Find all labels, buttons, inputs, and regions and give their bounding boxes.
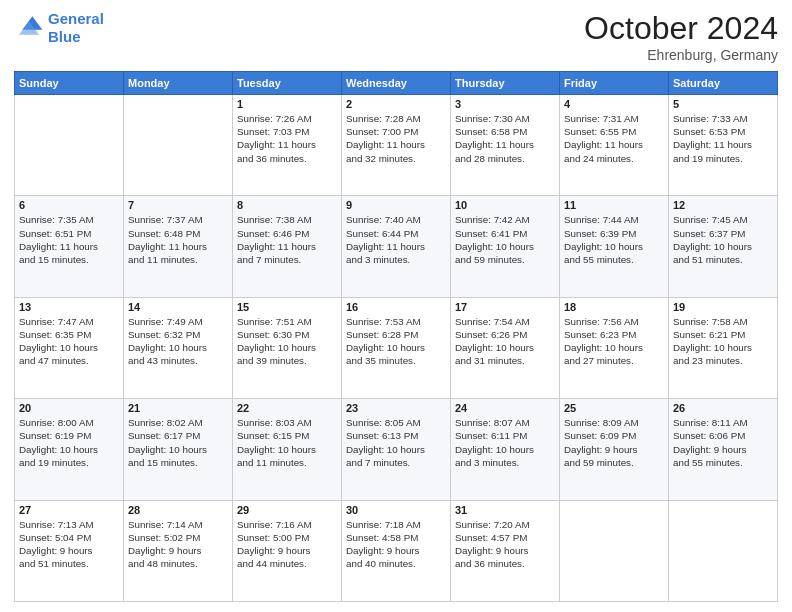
calendar-week-row: 6Sunrise: 7:35 AMSunset: 6:51 PMDaylight… (15, 196, 778, 297)
day-number: 2 (346, 98, 446, 110)
day-info: Sunrise: 7:20 AMSunset: 4:57 PMDaylight:… (455, 518, 555, 571)
day-number: 10 (455, 199, 555, 211)
day-info: Sunrise: 7:40 AMSunset: 6:44 PMDaylight:… (346, 213, 446, 266)
calendar-day-cell: 27Sunrise: 7:13 AMSunset: 5:04 PMDayligh… (15, 500, 124, 601)
calendar-day-cell: 22Sunrise: 8:03 AMSunset: 6:15 PMDayligh… (233, 399, 342, 500)
weekday-header: Thursday (451, 72, 560, 95)
calendar-subtitle: Ehrenburg, Germany (584, 47, 778, 63)
weekday-header: Saturday (669, 72, 778, 95)
day-number: 17 (455, 301, 555, 313)
day-info: Sunrise: 7:42 AMSunset: 6:41 PMDaylight:… (455, 213, 555, 266)
day-number: 19 (673, 301, 773, 313)
weekday-header: Wednesday (342, 72, 451, 95)
calendar-day-cell (669, 500, 778, 601)
calendar-day-cell: 3Sunrise: 7:30 AMSunset: 6:58 PMDaylight… (451, 95, 560, 196)
calendar-day-cell: 9Sunrise: 7:40 AMSunset: 6:44 PMDaylight… (342, 196, 451, 297)
calendar-week-row: 27Sunrise: 7:13 AMSunset: 5:04 PMDayligh… (15, 500, 778, 601)
calendar-day-cell: 30Sunrise: 7:18 AMSunset: 4:58 PMDayligh… (342, 500, 451, 601)
day-info: Sunrise: 8:00 AMSunset: 6:19 PMDaylight:… (19, 416, 119, 469)
logo: General Blue (14, 10, 104, 46)
day-number: 29 (237, 504, 337, 516)
day-number: 7 (128, 199, 228, 211)
calendar-day-cell (15, 95, 124, 196)
title-block: October 2024 Ehrenburg, Germany (584, 10, 778, 63)
day-info: Sunrise: 7:31 AMSunset: 6:55 PMDaylight:… (564, 112, 664, 165)
calendar-day-cell: 12Sunrise: 7:45 AMSunset: 6:37 PMDayligh… (669, 196, 778, 297)
page: General Blue October 2024 Ehrenburg, Ger… (0, 0, 792, 612)
calendar-day-cell: 20Sunrise: 8:00 AMSunset: 6:19 PMDayligh… (15, 399, 124, 500)
day-info: Sunrise: 8:09 AMSunset: 6:09 PMDaylight:… (564, 416, 664, 469)
logo-line2: Blue (48, 28, 81, 45)
calendar-day-cell: 28Sunrise: 7:14 AMSunset: 5:02 PMDayligh… (124, 500, 233, 601)
calendar-day-cell: 7Sunrise: 7:37 AMSunset: 6:48 PMDaylight… (124, 196, 233, 297)
day-info: Sunrise: 8:03 AMSunset: 6:15 PMDaylight:… (237, 416, 337, 469)
calendar-day-cell: 8Sunrise: 7:38 AMSunset: 6:46 PMDaylight… (233, 196, 342, 297)
calendar-day-cell: 6Sunrise: 7:35 AMSunset: 6:51 PMDaylight… (15, 196, 124, 297)
day-number: 14 (128, 301, 228, 313)
weekday-header: Friday (560, 72, 669, 95)
day-info: Sunrise: 7:16 AMSunset: 5:00 PMDaylight:… (237, 518, 337, 571)
day-info: Sunrise: 7:47 AMSunset: 6:35 PMDaylight:… (19, 315, 119, 368)
day-info: Sunrise: 7:14 AMSunset: 5:02 PMDaylight:… (128, 518, 228, 571)
calendar-week-row: 20Sunrise: 8:00 AMSunset: 6:19 PMDayligh… (15, 399, 778, 500)
day-info: Sunrise: 7:38 AMSunset: 6:46 PMDaylight:… (237, 213, 337, 266)
calendar-day-cell: 16Sunrise: 7:53 AMSunset: 6:28 PMDayligh… (342, 297, 451, 398)
day-info: Sunrise: 8:02 AMSunset: 6:17 PMDaylight:… (128, 416, 228, 469)
calendar-day-cell: 29Sunrise: 7:16 AMSunset: 5:00 PMDayligh… (233, 500, 342, 601)
weekday-header-row: SundayMondayTuesdayWednesdayThursdayFrid… (15, 72, 778, 95)
day-number: 24 (455, 402, 555, 414)
calendar-day-cell: 10Sunrise: 7:42 AMSunset: 6:41 PMDayligh… (451, 196, 560, 297)
calendar-day-cell: 26Sunrise: 8:11 AMSunset: 6:06 PMDayligh… (669, 399, 778, 500)
day-info: Sunrise: 8:07 AMSunset: 6:11 PMDaylight:… (455, 416, 555, 469)
calendar-day-cell: 1Sunrise: 7:26 AMSunset: 7:03 PMDaylight… (233, 95, 342, 196)
weekday-header: Sunday (15, 72, 124, 95)
day-info: Sunrise: 7:49 AMSunset: 6:32 PMDaylight:… (128, 315, 228, 368)
day-number: 15 (237, 301, 337, 313)
weekday-header: Tuesday (233, 72, 342, 95)
day-number: 12 (673, 199, 773, 211)
day-number: 31 (455, 504, 555, 516)
calendar-day-cell: 25Sunrise: 8:09 AMSunset: 6:09 PMDayligh… (560, 399, 669, 500)
day-info: Sunrise: 7:26 AMSunset: 7:03 PMDaylight:… (237, 112, 337, 165)
logo-line1: General (48, 10, 104, 27)
calendar-day-cell: 11Sunrise: 7:44 AMSunset: 6:39 PMDayligh… (560, 196, 669, 297)
calendar-day-cell: 15Sunrise: 7:51 AMSunset: 6:30 PMDayligh… (233, 297, 342, 398)
weekday-header: Monday (124, 72, 233, 95)
day-number: 26 (673, 402, 773, 414)
day-number: 6 (19, 199, 119, 211)
day-info: Sunrise: 7:33 AMSunset: 6:53 PMDaylight:… (673, 112, 773, 165)
day-number: 11 (564, 199, 664, 211)
calendar-day-cell: 17Sunrise: 7:54 AMSunset: 6:26 PMDayligh… (451, 297, 560, 398)
calendar-day-cell (124, 95, 233, 196)
calendar-day-cell: 14Sunrise: 7:49 AMSunset: 6:32 PMDayligh… (124, 297, 233, 398)
calendar-table: SundayMondayTuesdayWednesdayThursdayFrid… (14, 71, 778, 602)
day-info: Sunrise: 7:45 AMSunset: 6:37 PMDaylight:… (673, 213, 773, 266)
day-number: 22 (237, 402, 337, 414)
day-info: Sunrise: 7:51 AMSunset: 6:30 PMDaylight:… (237, 315, 337, 368)
logo-icon (14, 13, 44, 43)
day-number: 8 (237, 199, 337, 211)
calendar-day-cell: 19Sunrise: 7:58 AMSunset: 6:21 PMDayligh… (669, 297, 778, 398)
calendar-day-cell: 13Sunrise: 7:47 AMSunset: 6:35 PMDayligh… (15, 297, 124, 398)
day-number: 9 (346, 199, 446, 211)
day-info: Sunrise: 7:18 AMSunset: 4:58 PMDaylight:… (346, 518, 446, 571)
day-number: 16 (346, 301, 446, 313)
day-number: 1 (237, 98, 337, 110)
calendar-day-cell: 2Sunrise: 7:28 AMSunset: 7:00 PMDaylight… (342, 95, 451, 196)
day-number: 28 (128, 504, 228, 516)
calendar-day-cell: 21Sunrise: 8:02 AMSunset: 6:17 PMDayligh… (124, 399, 233, 500)
logo-text: General Blue (48, 10, 104, 46)
day-info: Sunrise: 7:30 AMSunset: 6:58 PMDaylight:… (455, 112, 555, 165)
day-info: Sunrise: 7:28 AMSunset: 7:00 PMDaylight:… (346, 112, 446, 165)
day-info: Sunrise: 7:44 AMSunset: 6:39 PMDaylight:… (564, 213, 664, 266)
calendar-week-row: 13Sunrise: 7:47 AMSunset: 6:35 PMDayligh… (15, 297, 778, 398)
calendar-day-cell: 23Sunrise: 8:05 AMSunset: 6:13 PMDayligh… (342, 399, 451, 500)
day-info: Sunrise: 7:37 AMSunset: 6:48 PMDaylight:… (128, 213, 228, 266)
calendar-day-cell: 24Sunrise: 8:07 AMSunset: 6:11 PMDayligh… (451, 399, 560, 500)
day-number: 3 (455, 98, 555, 110)
day-number: 5 (673, 98, 773, 110)
day-number: 23 (346, 402, 446, 414)
day-info: Sunrise: 7:53 AMSunset: 6:28 PMDaylight:… (346, 315, 446, 368)
day-info: Sunrise: 7:35 AMSunset: 6:51 PMDaylight:… (19, 213, 119, 266)
day-info: Sunrise: 7:56 AMSunset: 6:23 PMDaylight:… (564, 315, 664, 368)
